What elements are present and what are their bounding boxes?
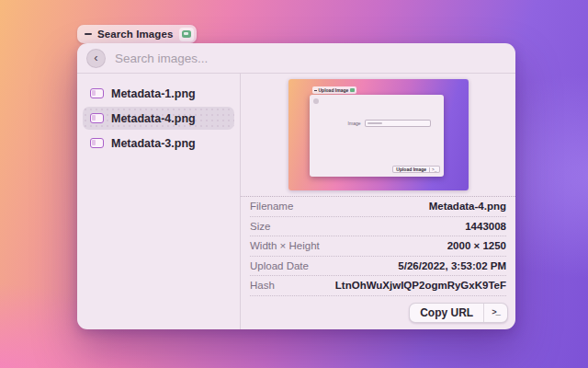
search-input[interactable] (115, 52, 506, 65)
copy-url-button[interactable]: Copy URL (410, 303, 483, 323)
table-row: Size 1443008 (250, 217, 506, 237)
meta-value: Metadata-4.png (429, 201, 506, 212)
meta-label: Hash (250, 280, 275, 291)
table-row: Upload Date 5/26/2022, 3:53:02 PM (250, 257, 506, 277)
hint-chip[interactable]: Search Images (77, 25, 197, 43)
action-footer: Copy URL >_ (241, 296, 515, 330)
preview-chip-label: Upload Image (319, 87, 349, 93)
actions-menu-button[interactable]: >_ (484, 303, 507, 323)
terminal-icon: >_ (429, 167, 438, 172)
extension-icon-box[interactable] (179, 28, 194, 41)
dash-icon (85, 33, 92, 35)
hint-chip-label: Search Images (97, 29, 174, 40)
detail-pane: Upload Image Image Upload Image (241, 74, 515, 329)
meta-value: 1443008 (465, 221, 506, 232)
extension-icon (182, 30, 191, 38)
back-button-icon (313, 98, 319, 104)
preview-actions: Upload Image >_ (392, 166, 439, 173)
search-bar: ‹ (77, 43, 515, 74)
list-item-label: Metadata-3.png (111, 137, 196, 150)
list-item-selected[interactable]: Metadata-4.png (83, 107, 234, 130)
meta-label: Width × Height (250, 240, 320, 251)
back-button[interactable]: ‹ (86, 49, 106, 68)
file-list: Metadata-1.png Metadata-4.png Metadata-3… (77, 74, 241, 329)
window-body: Metadata-1.png Metadata-4.png Metadata-3… (77, 74, 515, 329)
meta-value: 2000 × 1250 (447, 240, 506, 251)
dash-icon (314, 90, 317, 91)
meta-value: LtnOhWuXjwIQP2ogmRyGxK9TeF (335, 280, 506, 291)
preview-input-text (368, 122, 382, 124)
meta-value: 5/26/2022, 3:53:02 PM (398, 260, 506, 271)
preview-input (365, 120, 431, 127)
preview-form: Image (310, 120, 444, 127)
image-icon (90, 113, 104, 123)
list-item[interactable]: Metadata-1.png (83, 82, 234, 105)
preview-form-label: Image (310, 121, 361, 126)
image-preview: Upload Image Image Upload Image (288, 79, 469, 190)
list-item-label: Metadata-1.png (111, 87, 196, 100)
preview-submit-label: Upload Image (393, 167, 429, 172)
metadata-table: Filename Metadata-4.png Size 1443008 Wid… (241, 196, 515, 296)
copy-url-combo-button: Copy URL >_ (409, 303, 508, 323)
meta-label: Size (250, 221, 270, 232)
image-icon (90, 138, 104, 148)
list-item-label: Metadata-4.png (111, 112, 196, 125)
table-row: Width × Height 2000 × 1250 (250, 236, 506, 257)
app-window: ‹ Metadata-1.png Metadata-4.png Metadata… (77, 43, 515, 329)
image-icon (90, 88, 104, 98)
meta-label: Upload Date (250, 260, 309, 271)
table-row: Filename Metadata-4.png (250, 197, 506, 217)
preview-area: Upload Image Image Upload Image (241, 74, 515, 196)
table-row: Hash LtnOhWuXjwIQP2ogmRyGxK9TeF (250, 276, 506, 296)
meta-label: Filename (250, 201, 293, 212)
preview-mini-window: Image Upload Image >_ (310, 95, 444, 177)
list-item[interactable]: Metadata-3.png (83, 132, 234, 155)
extension-icon (350, 88, 355, 92)
preview-hint-chip: Upload Image (312, 86, 357, 94)
